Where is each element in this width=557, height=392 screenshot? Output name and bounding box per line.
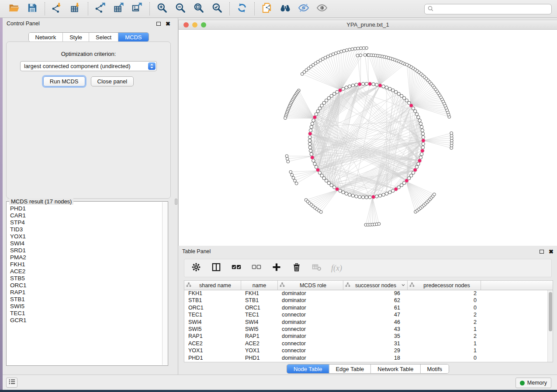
close-panel-icon[interactable]: ✖ bbox=[166, 21, 170, 27]
column-header-name[interactable]: name bbox=[241, 281, 278, 290]
tab-network[interactable]: Network bbox=[28, 33, 62, 41]
toolbar-icon-groups bbox=[0, 0, 334, 17]
tab-network-table[interactable]: Network Table bbox=[370, 364, 420, 373]
close-panel-icon[interactable]: ✖ bbox=[549, 249, 554, 254]
table-row[interactable]: TEC1TEC1connector472 bbox=[184, 312, 553, 319]
float-window-icon[interactable] bbox=[540, 250, 544, 254]
mcds-result-node[interactable]: TEC1 bbox=[10, 310, 162, 317]
mcds-result-list[interactable]: PHD1CAR1STP4TID3YOX1SWI4SRD1PMA2FKH1ACE2… bbox=[10, 205, 162, 364]
mcds-result-node[interactable]: RAP1 bbox=[10, 289, 162, 296]
network-graph[interactable] bbox=[179, 30, 557, 246]
import-table-button[interactable] bbox=[69, 3, 82, 15]
find-button[interactable] bbox=[279, 3, 291, 15]
column-header-successor_nodes[interactable]: successor nodes bbox=[343, 281, 408, 290]
add-row-button[interactable] bbox=[271, 262, 282, 274]
cell-name: ORC1 bbox=[241, 305, 278, 312]
optimization-criterion-select[interactable]: largest connected component (undirected) bbox=[20, 61, 157, 71]
float-window-icon[interactable] bbox=[156, 22, 161, 26]
refresh-layout-button[interactable] bbox=[236, 3, 248, 15]
zoom-selected-button[interactable] bbox=[211, 3, 223, 15]
tab-select[interactable]: Select bbox=[89, 33, 118, 41]
save-session-button[interactable] bbox=[26, 3, 38, 15]
column-header-mcds_role[interactable]: MCDS role bbox=[278, 281, 343, 290]
mcds-result-node[interactable]: STP4 bbox=[10, 219, 162, 226]
cell-mcds_role: connector bbox=[278, 312, 343, 319]
show-columns-button[interactable] bbox=[211, 262, 222, 274]
import-network-button[interactable] bbox=[51, 3, 63, 15]
cell-shared_name: PHD1 bbox=[184, 355, 241, 362]
table-row[interactable]: PHD1PHD1dominator180 bbox=[184, 355, 553, 362]
export-network-button[interactable] bbox=[94, 3, 107, 15]
delete-row-button[interactable] bbox=[291, 262, 302, 274]
tab-edge-table[interactable]: Edge Table bbox=[329, 364, 370, 373]
table-row[interactable]: STB1STB1dominator620 bbox=[184, 297, 553, 304]
mcds-result-node[interactable]: TID3 bbox=[10, 226, 162, 233]
network-view-canvas[interactable] bbox=[178, 30, 557, 246]
tab-motifs[interactable]: Motifs bbox=[420, 364, 449, 373]
mcds-result-node[interactable]: ORC1 bbox=[10, 282, 162, 289]
minimize-window-icon[interactable] bbox=[192, 22, 197, 28]
sort-down-icon[interactable] bbox=[401, 282, 405, 289]
mcds-result-node[interactable]: STB1 bbox=[10, 296, 162, 303]
table-scrollbar-thumb[interactable] bbox=[549, 292, 552, 331]
close-panel-button[interactable]: Close panel bbox=[91, 76, 134, 86]
mcds-result-node[interactable]: STB5 bbox=[10, 275, 162, 282]
tab-mcds[interactable]: MCDS bbox=[118, 33, 148, 41]
panel-splitter[interactable] bbox=[174, 18, 178, 375]
clone-network-button[interactable] bbox=[261, 3, 273, 15]
table-row[interactable]: YOX1YOX1connector291 bbox=[184, 347, 553, 354]
table-row[interactable]: FKH1FKH1dominator962 bbox=[184, 290, 553, 297]
close-window-icon[interactable] bbox=[183, 22, 189, 28]
mcds-result-node[interactable]: SWI4 bbox=[10, 240, 162, 247]
mcds-result-node[interactable]: GCR1 bbox=[10, 317, 162, 324]
mcds-result-node[interactable]: CAR1 bbox=[10, 212, 162, 219]
column-header-shared_name[interactable]: shared name bbox=[184, 281, 241, 290]
table-scrollbar[interactable] bbox=[547, 290, 553, 362]
search-box[interactable] bbox=[424, 4, 552, 14]
cell-mcds_role: dominator bbox=[278, 333, 343, 340]
settings-icon bbox=[191, 262, 201, 274]
splitter-grip[interactable] bbox=[175, 199, 177, 205]
mcds-result-node[interactable]: PMA2 bbox=[10, 254, 162, 261]
column-header-label: predecessor nodes bbox=[415, 282, 479, 289]
task-history-button[interactable] bbox=[6, 378, 17, 388]
mcds-result-node[interactable]: FKH1 bbox=[10, 261, 162, 268]
memory-button[interactable]: Memory bbox=[515, 378, 551, 388]
zoom-in-button[interactable] bbox=[156, 3, 168, 15]
table-row[interactable]: SWI5SWI5connector431 bbox=[184, 326, 553, 333]
column-header-predecessor_nodes[interactable]: predecessor nodes bbox=[408, 281, 481, 290]
mcds-result-node[interactable]: YOX1 bbox=[10, 233, 162, 240]
optimization-criterion-value: largest connected component (undirected) bbox=[24, 63, 131, 69]
mcds-result-scrollbar[interactable] bbox=[162, 202, 167, 365]
export-table-button[interactable] bbox=[113, 3, 125, 15]
maximize-window-icon[interactable] bbox=[201, 22, 206, 28]
run-mcds-button[interactable]: Run MCDS bbox=[43, 76, 85, 86]
open-file-button[interactable] bbox=[8, 3, 20, 15]
tab-node-table[interactable]: Node Table bbox=[287, 364, 329, 373]
mcds-result-node[interactable]: SWI5 bbox=[10, 303, 162, 310]
mcds-result-node[interactable]: ACE2 bbox=[10, 268, 162, 275]
settings-button[interactable] bbox=[190, 262, 202, 274]
select-all-button[interactable] bbox=[231, 262, 242, 274]
cell-shared_name: STB1 bbox=[184, 297, 241, 304]
cell-mcds_role: connector bbox=[278, 326, 343, 333]
deselect-all-button[interactable] bbox=[251, 262, 262, 274]
table-row[interactable]: RAP1RAP1dominator352 bbox=[184, 333, 553, 340]
column-header-label: shared name bbox=[191, 282, 239, 289]
zoom-fit-button[interactable] bbox=[193, 3, 205, 15]
show-all-button[interactable] bbox=[316, 3, 328, 15]
hide-selected-button[interactable] bbox=[298, 3, 310, 15]
table-row[interactable]: SWI4SWI4dominator462 bbox=[184, 319, 553, 326]
search-input[interactable] bbox=[434, 6, 549, 12]
table-row[interactable]: ACE2ACE2connector311 bbox=[184, 340, 553, 347]
network-window-titlebar[interactable]: YPA_prune.txt_1 bbox=[178, 20, 557, 30]
mcds-result-node[interactable]: PHD1 bbox=[10, 205, 162, 212]
mcds-result-node[interactable]: SRD1 bbox=[10, 247, 162, 254]
cell-mcds_role: dominator bbox=[278, 305, 343, 312]
toolbar-group-0 bbox=[2, 2, 45, 15]
node-table-header: shared namenameMCDS rolesuccessor nodesp… bbox=[184, 281, 553, 290]
tab-style[interactable]: Style bbox=[62, 33, 89, 41]
table-row[interactable]: ORC1ORC1dominator610 bbox=[184, 305, 553, 312]
export-image-button[interactable] bbox=[131, 3, 143, 15]
zoom-out-button[interactable] bbox=[174, 3, 187, 15]
